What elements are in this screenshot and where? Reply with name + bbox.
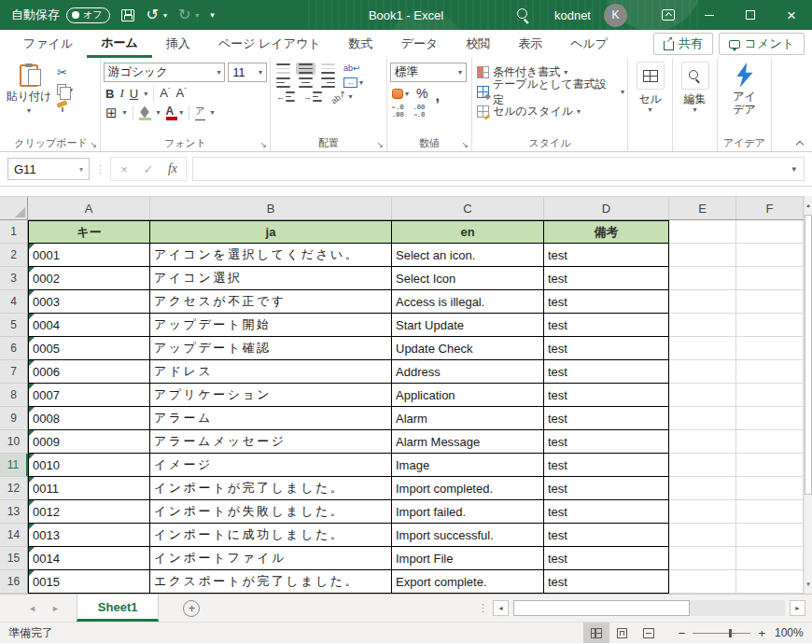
italic-button[interactable]: I [119,86,123,101]
cell-ja[interactable]: アイコンを選択してください。 [150,244,392,267]
column-header-C[interactable]: C [392,197,544,219]
comments-button[interactable]: コメント [719,33,805,55]
underline-button[interactable]: U [130,87,138,101]
cell[interactable] [669,477,736,500]
cell[interactable] [669,220,736,244]
avatar[interactable]: K [604,4,627,27]
column-header-E[interactable]: E [669,197,736,219]
row-header-16[interactable]: 16 [0,570,28,594]
cell[interactable] [669,407,736,430]
column-header-F[interactable]: F [736,197,804,219]
scroll-right-icon[interactable]: ► [790,600,805,616]
cell-key[interactable]: 0010 [28,454,150,477]
formula-bar-grip[interactable]: ⋮ [95,163,105,175]
tab-挿入[interactable]: 挿入 [152,30,204,58]
cell[interactable] [669,337,736,360]
cell-en[interactable]: Export complete. [392,570,544,594]
horizontal-scroll-track[interactable] [513,600,785,616]
wrap-text-button[interactable]: ab↩ [341,63,363,74]
row-header-6[interactable]: 6 [0,337,28,360]
cell[interactable] [669,384,736,407]
cell-key[interactable]: 0012 [28,500,150,524]
orientation-chevron-icon[interactable]: ▾ [349,92,353,101]
cell[interactable] [736,314,804,337]
align-top-button[interactable] [273,63,293,75]
select-all-button[interactable] [0,197,28,219]
cell-en[interactable]: Alarm [392,407,544,430]
number-format-select[interactable]: 標準 ▾ [390,63,467,82]
close-button[interactable]: × [771,0,812,30]
cell-ja[interactable]: イメージ [150,454,392,477]
horizontal-scroll-thumb[interactable] [513,600,690,616]
borders-icon[interactable]: ⊞ [105,105,118,119]
cell-en[interactable]: Access is illegal. [392,290,544,314]
customize-toolbar-chevron-icon[interactable]: ▾ [210,10,215,20]
decrease-indent-button[interactable]: ← [273,91,298,103]
number-dialog-launcher-icon[interactable]: ↘ [461,140,469,149]
cell-en[interactable]: Import failed. [392,500,544,524]
row-header-8[interactable]: 8 [0,384,28,407]
increase-decimal-icon[interactable]: ←.0.00 [392,105,404,119]
fill-color-icon[interactable] [139,108,151,117]
cell[interactable] [669,267,736,290]
cell-note[interactable]: test [544,477,669,500]
autosave-pill[interactable]: オフ [66,7,110,23]
cell[interactable] [736,267,804,290]
align-middle-button[interactable] [296,63,315,75]
cell-key[interactable]: 0003 [28,290,150,314]
fill-color-chevron-icon[interactable]: ▾ [157,108,161,117]
cell[interactable] [669,360,736,384]
cell-note[interactable]: test [544,267,669,290]
cell-ja[interactable]: アップデート確認 [150,337,392,360]
cell[interactable] [669,570,736,594]
bold-button[interactable]: B [105,87,114,101]
column-header-D[interactable]: D [544,197,669,219]
format-painter-icon[interactable] [57,101,68,112]
increase-indent-button[interactable]: → [301,91,325,103]
cell[interactable] [669,547,736,570]
increase-font-size-button[interactable]: Aˆ [160,86,170,100]
cell-ja[interactable]: アイコン選択 [150,267,392,290]
scroll-up-icon[interactable]: ▲ [805,196,812,215]
maximize-button[interactable] [730,0,771,30]
row-header-4[interactable]: 4 [0,290,28,314]
tab-表示[interactable]: 表示 [504,30,556,58]
formula-bar-expand-chevron-icon[interactable]: ▾ [791,164,796,174]
align-center-button[interactable] [296,77,315,89]
cell[interactable] [736,244,804,267]
cell-en[interactable]: Import successful. [392,524,544,547]
align-left-button[interactable] [273,77,293,89]
cell-ja[interactable]: アップデート開始 [150,314,392,337]
merge-center-button[interactable]: ↔▾ [341,77,366,89]
row-header-7[interactable]: 7 [0,360,28,384]
cell[interactable] [736,454,804,477]
paste-chevron-icon[interactable]: ▾ [27,106,31,115]
tab-校閲[interactable]: 校閲 [452,30,504,58]
formula-input[interactable]: ▾ [192,157,805,181]
cell-note[interactable]: test [544,384,669,407]
cell-note[interactable]: test [544,360,669,384]
zoom-slider[interactable] [693,633,750,634]
alignment-dialog-launcher-icon[interactable]: ↘ [376,140,384,149]
tab-ファイル[interactable]: ファイル [9,30,87,58]
minimize-button[interactable] [689,0,730,30]
zoom-in-button[interactable]: + [758,626,765,640]
cell-note[interactable]: test [544,430,669,454]
tab-データ[interactable]: データ [387,30,453,58]
cell-note[interactable]: test [544,454,669,477]
cell-key[interactable]: 0001 [28,244,150,267]
decrease-decimal-icon[interactable]: .00→.0 [413,105,426,119]
cell-key[interactable]: 0002 [28,267,150,290]
editing-button[interactable] [681,62,709,90]
row-header-2[interactable]: 2 [0,244,28,267]
cell-note[interactable]: test [544,407,669,430]
row-header-3[interactable]: 3 [0,267,28,290]
row-header-15[interactable]: 15 [0,547,28,570]
cell-key[interactable]: 0006 [28,360,150,384]
scrollbar-grip[interactable]: ⋮ [478,602,488,614]
cell-key[interactable]: 0015 [28,570,150,594]
share-button[interactable]: 共有 [653,33,713,55]
cell-en[interactable]: Start Update [392,314,544,337]
cell-en[interactable]: Import completed. [392,477,544,500]
phonetic-chevron-icon[interactable]: ▾ [211,108,215,117]
